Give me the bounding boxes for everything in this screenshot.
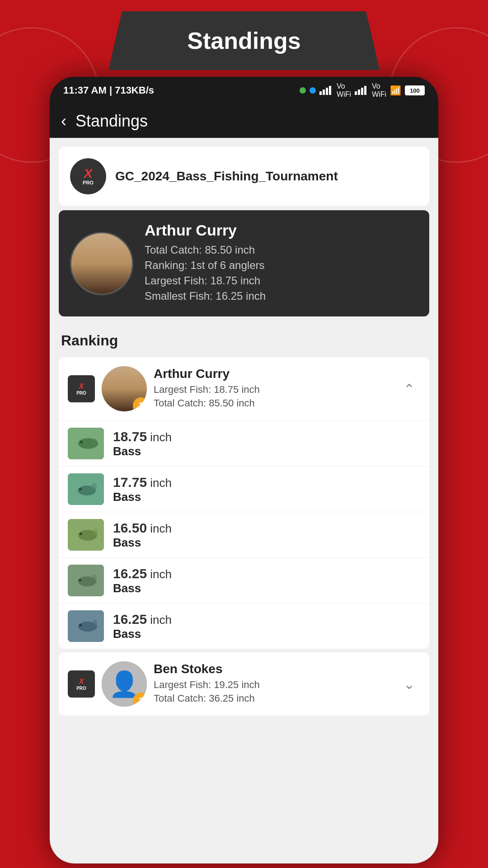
fish-2-details: 17.75 inch Bass <box>113 475 172 504</box>
top-banner: Standings <box>0 0 488 81</box>
fish-3-size: 16.50 inch <box>113 520 172 536</box>
profile-ranking: Ranking: 1st of 6 anglers <box>145 259 418 272</box>
angler-1-total: Total Catch: 85.50 inch <box>154 397 391 409</box>
angler-1-name: Arthur Curry <box>154 367 391 381</box>
fish-1-details: 18.75 inch Bass <box>113 429 172 458</box>
fish-thumbnail-3 <box>68 519 104 551</box>
battery-icon: 100 <box>405 85 425 95</box>
angler-1-chevron[interactable] <box>398 377 420 400</box>
fish-entry-1: 18.75 inch Bass <box>59 420 429 466</box>
angler-2-name: Ben Stokes <box>154 662 391 676</box>
back-button[interactable]: ‹ <box>61 112 66 131</box>
svg-point-10 <box>94 528 98 535</box>
fish-thumbnail-2 <box>68 473 104 505</box>
angler-1-largest: Largest Fish: 18.75 inch <box>154 384 391 396</box>
svg-point-11 <box>80 533 82 535</box>
profile-name: Arthur Curry <box>145 222 418 239</box>
svg-point-3 <box>80 441 83 443</box>
fish-1-size: 18.75 inch <box>113 429 172 444</box>
fish-3-details: 16.50 inch Bass <box>113 520 172 550</box>
tournament-logo: X PRO <box>70 158 106 194</box>
logo-x: X <box>83 167 94 180</box>
profile-smallest-fish: Smallest Fish: 16.25 inch <box>145 290 418 302</box>
fish-4-details: 16.25 inch Bass <box>113 566 172 595</box>
notification-dot-other <box>310 87 316 94</box>
fish-4-species: Bass <box>113 581 172 595</box>
signal-bars-2 <box>355 86 366 95</box>
wifi-icon: 📶 <box>390 85 401 96</box>
fish-5-details: 16.25 inch Bass <box>113 612 172 641</box>
arthur-avatar-img <box>71 233 132 294</box>
rank-logo-1: X PRO <box>68 375 95 402</box>
angler-2-info: Ben Stokes Largest Fish: 19.25 inch Tota… <box>154 662 391 706</box>
notification-dot-whatsapp <box>300 87 306 94</box>
svg-point-15 <box>79 579 81 581</box>
angler-2-total: Total Catch: 36.25 inch <box>154 693 391 704</box>
profile-card: Arthur Curry Total Catch: 85.50 inch Ran… <box>59 210 429 316</box>
tournament-card: X PRO GC_2024_Bass_Fishing_Tournament <box>59 147 429 206</box>
fish-4-size: 16.25 inch <box>113 566 172 581</box>
tournament-name: GC_2024_Bass_Fishing_Tournament <box>115 169 338 184</box>
profile-avatar <box>70 232 133 295</box>
angler-2-header[interactable]: X PRO 👤 2 Ben Stokes Largest Fish: 19.25… <box>59 652 429 716</box>
ranking-title: Ranking <box>50 323 438 354</box>
fish-entry-2: 17.75 inch Bass <box>59 466 429 512</box>
fish-entry-3: 16.50 inch Bass <box>59 512 429 557</box>
fish-2-species: Bass <box>113 490 172 504</box>
banner-shape: Standings <box>108 11 380 70</box>
angler-2-largest: Largest Fish: 19.25 inch <box>154 679 391 691</box>
ranking-card-1: X PRO 1 Arthur Curry Largest Fish: 18.75… <box>59 357 429 649</box>
fish-entry-5: 16.25 inch Bass <box>59 603 429 649</box>
status-icons: VoWiFi VoWiFi 📶 100 <box>300 82 425 99</box>
svg-point-18 <box>93 619 97 627</box>
logo-pro: PRO <box>83 180 94 185</box>
ranking-section: Ranking X PRO 1 Arthur Curry <box>50 323 438 733</box>
status-time: 11:37 AM | 713KB/s <box>63 85 154 96</box>
top-navigation: ‹ Standings <box>50 104 438 138</box>
svg-point-2 <box>93 439 97 446</box>
content-area: X PRO GC_2024_Bass_Fishing_Tournament Ar… <box>50 138 438 863</box>
fish-5-species: Bass <box>113 627 172 641</box>
phone-frame: 11:37 AM | 713KB/s VoWiFi VoWiFi 📶 100 <box>50 77 438 863</box>
ranking-card-2: X PRO 👤 2 Ben Stokes Largest Fish: 19.25… <box>59 652 429 716</box>
profile-largest-fish: Largest Fish: 18.75 inch <box>145 274 418 287</box>
svg-point-19 <box>79 624 82 627</box>
angler-1-avatar: 1 <box>102 366 147 411</box>
angler-1-info: Arthur Curry Largest Fish: 18.75 inch To… <box>154 367 391 411</box>
nav-title: Standings <box>75 112 148 131</box>
angler-1-header[interactable]: X PRO 1 Arthur Curry Largest Fish: 18.75… <box>59 357 429 420</box>
svg-point-14 <box>92 574 97 581</box>
fish-3-species: Bass <box>113 536 172 550</box>
profile-info: Arthur Curry Total Catch: 85.50 inch Ran… <box>145 222 418 305</box>
rank-badge-1: 1 <box>133 397 147 411</box>
svg-point-7 <box>79 488 82 491</box>
rank-logo-2: X PRO <box>68 670 95 698</box>
vo-wifi-1: VoWiFi <box>337 82 351 99</box>
fish-entry-4: 16.25 inch Bass <box>59 557 429 603</box>
fish-2-size: 17.75 inch <box>113 475 172 490</box>
fish-thumbnail-4 <box>68 565 104 596</box>
fish-thumbnail-1 <box>68 428 104 459</box>
angler-2-avatar: 👤 2 <box>102 661 147 707</box>
fish-1-species: Bass <box>113 444 172 458</box>
angler-2-chevron[interactable] <box>398 673 420 695</box>
signal-bars-1 <box>319 86 331 95</box>
profile-total-catch: Total Catch: 85.50 inch <box>145 244 418 256</box>
page-title: Standings <box>187 27 300 54</box>
vo-wifi-2: VoWiFi <box>372 82 386 99</box>
rank-badge-2: 2 <box>133 693 147 707</box>
svg-point-6 <box>91 483 97 491</box>
fish-thumbnail-5 <box>68 610 104 642</box>
fish-5-size: 16.25 inch <box>113 612 172 627</box>
